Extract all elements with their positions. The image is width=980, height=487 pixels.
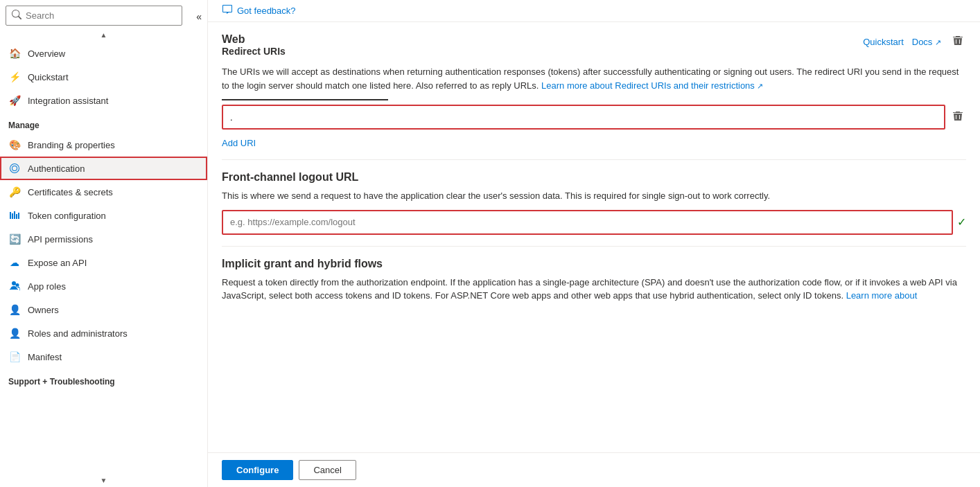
support-section-label: Support + Troubleshooting [0,369,207,389]
sidebar-item-token[interactable]: Token configuration [0,204,207,227]
sidebar-item-overview[interactable]: 🏠 Overview [0,42,207,65]
search-box[interactable] [6,6,182,26]
uri-input-row [222,105,966,130]
logout-description: This is where we send a request to have … [222,189,966,203]
delete-web-button[interactable] [950,33,966,50]
search-icon [12,10,21,21]
redirect-uri-description: The URIs we will accept as destinations … [222,65,966,92]
certificates-icon: 🔑 [8,186,21,198]
svg-rect-0 [10,212,11,219]
sidebar-item-roles-admin[interactable]: 👤 Roles and administrators [0,321,207,345]
implicit-description: Request a token directly from the author… [222,276,966,303]
delete-uri-button[interactable] [950,109,966,125]
external-link-icon: ↗ [757,82,763,90]
collapse-sidebar-button[interactable]: « [196,11,202,22]
sidebar-item-label: Quickstart [28,72,69,82]
search-row: « [0,0,207,28]
branding-icon: 🎨 [8,139,21,151]
add-uri-link[interactable]: Add URI [222,138,256,148]
sidebar-item-label: Manifest [28,352,62,362]
scroll-up-arrow: ▲ [0,28,207,42]
sidebar-item-label: App roles [28,281,66,292]
feedback-link[interactable]: Got feedback? [237,6,296,16]
main-content: Got feedback? Web Redirect URIs Quicksta… [208,0,980,487]
logout-url-input[interactable] [222,210,953,235]
owners-icon: 👤 [8,303,21,316]
configure-button[interactable]: Configure [222,460,293,480]
token-icon [8,209,21,222]
logout-title: Front-channel logout URL [222,171,966,184]
logout-input-row: ✓ [222,210,966,235]
sidebar-item-api-permissions[interactable]: 🔄 API permissions [0,227,207,251]
top-bar: Got feedback? [208,0,980,22]
integration-icon: 🚀 [8,94,21,107]
search-input[interactable] [26,10,176,21]
sidebar-item-integration[interactable]: 🚀 Integration assistant [0,89,207,112]
manifest-icon: 📄 [8,351,21,363]
sidebar-item-label: Overview [28,48,65,59]
feedback-icon [222,4,233,17]
web-actions: Quickstart Docs ↗ [863,33,966,50]
expose-api-icon: ☁ [8,256,21,269]
sidebar-item-label: Token configuration [28,211,106,221]
sidebar: « ▲ 🏠 Overview ⚡ Quickstart 🚀 Integratio… [0,0,208,487]
sidebar-item-label: Certificates & secrets [28,187,113,197]
authentication-icon [8,162,21,175]
section-divider-2 [222,246,966,247]
overview-icon: 🏠 [8,47,21,60]
sidebar-nav: 🏠 Overview ⚡ Quickstart 🚀 Integration as… [0,42,207,474]
uri-input[interactable] [222,105,945,130]
sidebar-item-label: Expose an API [28,258,87,268]
implicit-learn-more-link[interactable]: Learn more about [846,290,918,301]
web-title: Web [222,33,286,46]
implicit-title: Implicit grant and hybrid flows [222,258,966,270]
docs-link[interactable]: Docs ↗ [912,37,941,47]
sidebar-item-label: API permissions [28,234,93,245]
sidebar-item-label: Owners [28,305,59,315]
manage-section-label: Manage [0,112,207,133]
sidebar-item-manifest[interactable]: 📄 Manifest [0,345,207,369]
svg-rect-2 [14,211,15,219]
footer-buttons: Configure Cancel [208,452,980,487]
sidebar-item-quickstart[interactable]: ⚡ Quickstart [0,65,207,89]
implicit-section: Implicit grant and hybrid flows Request … [222,258,966,303]
logout-section: Front-channel logout URL This is where w… [222,171,966,235]
quickstart-link[interactable]: Quickstart [863,37,904,47]
valid-check-icon: ✓ [957,215,966,229]
roles-admin-icon: 👤 [8,327,21,339]
sidebar-item-expose-api[interactable]: ☁ Expose an API [0,251,207,274]
web-title-group: Web Redirect URIs [222,33,286,62]
sidebar-item-label: Integration assistant [28,96,108,106]
svg-rect-4 [18,213,19,219]
web-section: Web Redirect URIs Quickstart Docs ↗ [222,22,966,148]
redirect-uri-subtitle: Redirect URIs [222,46,286,57]
web-header-row: Web Redirect URIs Quickstart Docs ↗ [222,22,966,65]
sidebar-item-app-roles[interactable]: App roles [0,274,207,298]
app-roles-icon [8,280,21,292]
external-link-icon: ↗ [935,38,941,46]
scroll-down-arrow: ▼ [0,474,207,487]
sidebar-item-owners[interactable]: 👤 Owners [0,298,207,321]
section-divider-1 [222,159,966,160]
api-permissions-icon: 🔄 [8,233,21,245]
svg-rect-3 [16,214,17,219]
learn-more-redirect-link[interactable]: Learn more about Redirect URIs and their… [541,80,763,91]
sidebar-item-label: Branding & properties [28,140,115,150]
content-area: Web Redirect URIs Quickstart Docs ↗ [208,22,980,452]
sidebar-item-label: Authentication [28,163,85,174]
sidebar-item-authentication[interactable]: Authentication [0,157,207,180]
sidebar-item-label: Roles and administrators [28,328,128,339]
sidebar-item-certificates[interactable]: 🔑 Certificates & secrets [0,180,207,204]
quickstart-icon: ⚡ [8,71,21,83]
svg-rect-1 [12,213,13,219]
cancel-button[interactable]: Cancel [299,460,356,480]
sidebar-item-branding[interactable]: 🎨 Branding & properties [0,133,207,157]
